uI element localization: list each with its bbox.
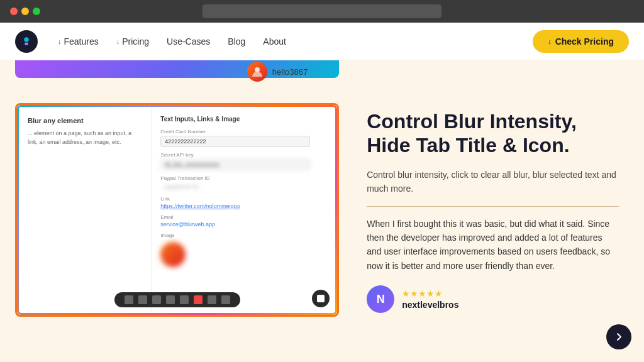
page-wrapper: ↓ Features ↓ Pricing Use-Cases Blog Abou… <box>0 23 644 362</box>
nav-logo[interactable] <box>15 30 38 53</box>
demo-right-title: Text Inputs, Links & Image <box>160 116 326 123</box>
nav-link-pricing[interactable]: ↓ Pricing <box>116 36 149 47</box>
nav-arrow-right-button[interactable] <box>606 324 631 349</box>
demo-field-paypal: Paypal Transaction ID ...paypal-txn-id..… <box>160 175 326 191</box>
demo-link[interactable]: https://twitter.com/nolommejopo <box>160 203 326 209</box>
demo-left-section: Blur any element ... element on a page, … <box>19 107 152 313</box>
traffic-lights <box>10 8 40 15</box>
arrow-down-icon: ↓ <box>58 38 62 45</box>
demo-toolbar-icon-1 <box>125 295 133 304</box>
demo-field-cc: Credit Card Number 4222222222222 <box>160 129 326 147</box>
svg-point-1 <box>25 42 28 45</box>
demo-inner-content: Blur any element ... element on a page, … <box>19 107 335 313</box>
demo-field-label: Secret API key <box>160 152 326 158</box>
demo-toolbar-icon-red <box>194 295 203 304</box>
author-stars: ★★★★★ <box>402 288 458 299</box>
divider <box>367 206 619 207</box>
traffic-light-green[interactable] <box>33 8 40 15</box>
demo-toolbar-icon-6 <box>208 295 216 304</box>
demo-field-label: Paypal Transaction ID <box>160 175 326 181</box>
demo-image-placeholder <box>160 242 186 267</box>
address-bar[interactable] <box>203 4 441 18</box>
demo-left-title: Blur any element <box>28 117 142 124</box>
svg-point-0 <box>24 37 29 42</box>
demo-field-label: Image <box>160 233 326 238</box>
demo-field-api: Secret API key sk_live_xxxxxxxxxxxx <box>160 152 326 170</box>
arrow-down-icon: ↓ <box>116 38 120 45</box>
demo-toolbar-icon-5 <box>180 295 189 304</box>
demo-field-label: Email <box>160 214 326 220</box>
content-area: hello3867 Blur any element ... element o… <box>0 60 644 362</box>
nav-link-about[interactable]: About <box>263 36 286 47</box>
feature-description: Control blur intensity, click to clear a… <box>367 168 619 196</box>
demo-field-value: 4222222222222 <box>160 136 309 147</box>
check-pricing-button[interactable]: ↓ Check Pricing <box>533 30 629 53</box>
traffic-light-yellow[interactable] <box>21 8 29 15</box>
demo-field-blurred: sk_live_xxxxxxxxxxxx <box>160 159 309 170</box>
demo-toolbar <box>114 292 240 307</box>
demo-field-image: Image <box>160 233 326 267</box>
feature-title: Control Blur Intensity,Hide Tab Title & … <box>367 109 619 158</box>
nav-links: ↓ Features ↓ Pricing Use-Cases Blog Abou… <box>58 36 533 47</box>
svg-point-2 <box>255 67 260 72</box>
demo-toolbar-icon-2 <box>138 295 147 304</box>
left-panel: hello3867 Blur any element ... element o… <box>0 60 354 362</box>
profile-username: hello3867 <box>272 67 308 77</box>
testimonial-author: N ★★★★★ nextlevelbros <box>367 285 619 313</box>
demo-field-link: Link https://twitter.com/nolommejopo <box>160 196 326 209</box>
demo-field-label: Link <box>160 196 326 202</box>
profile-snippet: hello3867 <box>247 62 308 82</box>
traffic-light-red[interactable] <box>10 8 18 15</box>
demo-toolbar-icon-7 <box>221 295 230 304</box>
demo-field-label: Credit Card Number <box>160 129 326 134</box>
nav-link-features[interactable]: ↓ Features <box>58 36 99 47</box>
navbar: ↓ Features ↓ Pricing Use-Cases Blog Abou… <box>0 23 644 60</box>
demo-corner-icon <box>317 295 325 302</box>
cta-arrow-icon: ↓ <box>548 37 552 46</box>
demo-right-section: Text Inputs, Links & Image Credit Card N… <box>152 107 335 313</box>
nav-link-use-cases[interactable]: Use-Cases <box>167 36 210 47</box>
demo-toolbar-icon-4 <box>166 295 175 304</box>
demo-field-email: Email service@blurweb.app <box>160 214 326 228</box>
testimonial-text: When I first bought this it was basic, b… <box>367 217 619 273</box>
browser-chrome <box>0 0 644 23</box>
demo-corner-button[interactable] <box>312 290 330 307</box>
author-info: ★★★★★ nextlevelbros <box>402 288 458 310</box>
spacer <box>0 78 354 103</box>
demo-email[interactable]: service@blurweb.app <box>160 221 326 228</box>
demo-toolbar-icon-3 <box>152 295 161 304</box>
right-panel: Control Blur Intensity,Hide Tab Title & … <box>354 60 644 362</box>
author-avatar: N <box>367 285 394 313</box>
nav-link-blog[interactable]: Blog <box>228 36 245 47</box>
demo-rainbow-border: Blur any element ... element on a page, … <box>17 105 337 315</box>
author-name: nextlevelbros <box>402 300 458 310</box>
demo-left-text: ... element on a page, such as an input,… <box>28 129 142 146</box>
profile-avatar <box>247 62 267 82</box>
demo-screenshot: Blur any element ... element on a page, … <box>15 103 339 317</box>
